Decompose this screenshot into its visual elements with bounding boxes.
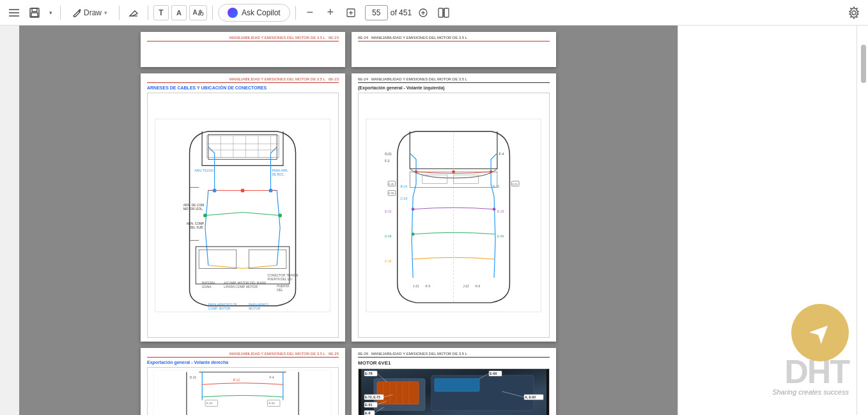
total-pages: of 451 <box>391 8 412 17</box>
svg-text:E-8: E-8 <box>365 411 371 415</box>
svg-text:E-60: E-60 <box>490 372 497 375</box>
page-row-top: MANEJABILIDAD Y EMISIONES DEL MOTOR DE 3… <box>32 32 665 67</box>
aa-icon[interactable]: Aあ <box>189 5 207 20</box>
svg-rect-90 <box>154 370 332 415</box>
separator-3 <box>148 6 148 20</box>
svg-text:B-12: B-12 <box>233 379 240 382</box>
svg-point-17 <box>852 11 856 15</box>
svg-text:IZANA: IZANA <box>203 285 212 288</box>
ask-copilot-button[interactable]: Ask Copilot <box>218 4 290 22</box>
copilot-icon <box>228 8 238 18</box>
svg-text:0.25: 0.25 <box>389 182 394 185</box>
ask-copilot-label: Ask Copilot <box>242 8 281 17</box>
svg-text:E-51: E-51 <box>365 403 373 407</box>
svg-point-26 <box>241 188 245 192</box>
page-header-mid-right: 6E-24 MANEJABILIDAD Y EMISIONES DEL MOTO… <box>358 77 550 83</box>
right-panel <box>678 26 856 415</box>
page-header-bot-left: MANEJABILIDAD Y EMISIONES DEL MOTOR DE 3… <box>147 352 339 358</box>
svg-text:DEL SUB.: DEL SUB. <box>190 225 204 229</box>
page-header-bot-right: 6E-26 MANEJABILIDAD Y EMISIONES DEL MOTO… <box>358 352 550 358</box>
svg-rect-4 <box>32 8 37 11</box>
save-icon[interactable] <box>26 4 43 22</box>
diagram-wiring-bottom-left: D-21 F-4 B-12 E-55 E-56 <box>147 367 339 415</box>
draw-button[interactable]: Draw ▾ <box>66 4 114 22</box>
svg-point-65 <box>412 232 415 236</box>
section-title-mid-right: (Exportación general - Volante izquierda… <box>358 86 550 90</box>
left-sidebar <box>0 26 19 415</box>
scrollbar-thumb[interactable] <box>861 45 866 83</box>
text-icon[interactable]: T <box>153 5 169 20</box>
svg-text:J-21: J-21 <box>414 284 420 287</box>
svg-text:MOTOR IZOL.: MOTOR IZOL. <box>183 207 204 210</box>
svg-text:K-5: K-5 <box>426 284 431 287</box>
svg-text:E-78: E-78 <box>365 372 373 375</box>
svg-text:D-21: D-21 <box>385 152 392 155</box>
settings-icon[interactable] <box>845 4 863 22</box>
diagram-wiring-left: ARN. TECHO PARA ARN. DE BOC. ARN. DE COM… <box>147 93 339 338</box>
svg-text:A, E-63: A, E-63 <box>525 395 536 399</box>
page-header-top-left: MANEJABILIDAD Y EMISIONES DEL MOTOR DE 3… <box>147 36 339 42</box>
svg-text:E-72, E-73: E-72, E-73 <box>365 395 380 399</box>
svg-rect-13 <box>438 8 443 17</box>
diagram-wiring-right: D-21 F-2 F-4 B-14 C-24 B-15 E-12 E-48 F-… <box>358 93 550 338</box>
svg-point-27 <box>204 213 208 217</box>
svg-point-28 <box>279 213 283 217</box>
svg-text:E-12: E-12 <box>385 209 392 213</box>
svg-text:E-13: E-13 <box>497 209 504 213</box>
svg-text:ARN. COMP.: ARN. COMP. <box>187 222 205 225</box>
text2-icon[interactable]: A <box>171 5 187 20</box>
toolbar: ▾ Draw ▾ T A Aあ Ask Copilot − + <box>0 0 868 26</box>
svg-text:K-6: K-6 <box>476 284 481 287</box>
svg-rect-14 <box>444 8 449 17</box>
svg-text:F-4: F-4 <box>270 376 275 379</box>
svg-text:DEL: DEL <box>277 288 284 291</box>
svg-text:PUERTA DEL IZU: PUERTA DEL IZU <box>268 278 293 281</box>
svg-text:PARA ARN.: PARA ARN. <box>272 169 288 172</box>
svg-text:PARA ARNES: PARA ARNES <box>249 303 269 306</box>
page-header-mid-left: MANEJABILIDAD Y EMISIONES DEL MOTOR DE 3… <box>147 77 339 83</box>
page-tile-mid-right: 6E-24 MANEJABILIDAD Y EMISIONES DEL MOTO… <box>352 73 556 342</box>
section-title-bot-left: Exportación general - Volante derecha <box>147 360 339 365</box>
page-navigation: of 451 <box>365 5 412 20</box>
svg-text:ARN. TECHO: ARN. TECHO <box>195 169 214 172</box>
zoom-out-button[interactable]: − <box>301 4 319 22</box>
eraser-icon[interactable] <box>125 4 143 22</box>
svg-text:B-14: B-14 <box>401 185 408 188</box>
separator-5 <box>295 6 296 20</box>
draw-chevron: ▾ <box>104 10 107 16</box>
diagram-engine: E-78 E-60 E-72, E-73 E-51 E-8 A, E-63 <box>358 368 550 415</box>
fit-page-icon[interactable] <box>342 4 360 22</box>
svg-rect-101 <box>435 379 479 391</box>
save-dropdown-icon[interactable]: ▾ <box>46 4 55 22</box>
svg-rect-5 <box>31 13 38 17</box>
svg-text:DE BOC.: DE BOC. <box>272 173 285 176</box>
svg-text:E-55: E-55 <box>207 402 213 405</box>
svg-text:L/PARA COMP. MOTOR: L/PARA COMP. MOTOR <box>224 285 258 288</box>
svg-text:E-49: E-49 <box>497 234 504 238</box>
separator-2 <box>119 6 120 20</box>
svg-text:F-2: F-2 <box>385 160 391 163</box>
svg-text:F-4: F-4 <box>499 152 504 155</box>
scrollbar[interactable] <box>856 26 868 415</box>
page-header-top-right: 6E-24 MANEJABILIDAD Y EMISIONES DEL MOTO… <box>358 36 550 42</box>
svg-text:COMP. MOTOR: COMP. MOTOR <box>208 306 231 310</box>
svg-text:0.50: 0.50 <box>389 192 394 195</box>
svg-point-25 <box>269 188 273 192</box>
svg-text:E-48: E-48 <box>385 234 392 238</box>
main-content: MANEJABILIDAD Y EMISIONES DEL MOTOR DE 3… <box>0 26 868 415</box>
page-row-bottom: MANEJABILIDAD Y EMISIONES DEL MOTOR DE 3… <box>32 348 665 415</box>
book-icon[interactable] <box>435 4 453 22</box>
svg-text:F-16: F-16 <box>385 259 392 262</box>
page-number-input[interactable] <box>365 5 388 20</box>
section-title-bot-right: MOTOR 6VE1 <box>358 360 550 366</box>
pdf-viewer[interactable]: MANEJABILIDAD Y EMISIONES DEL MOTOR DE 3… <box>19 26 678 415</box>
page-tile-top-right: 6E-24 MANEJABILIDAD Y EMISIONES DEL MOTO… <box>352 32 556 67</box>
svg-point-63 <box>412 207 415 211</box>
svg-text:J-22: J-22 <box>463 284 470 287</box>
zoom-icon[interactable] <box>414 4 432 22</box>
svg-text:C-24: C-24 <box>401 197 408 200</box>
zoom-in-button[interactable]: + <box>322 4 339 22</box>
menu-icon[interactable] <box>5 4 23 22</box>
svg-text:MOTOR: MOTOR <box>249 306 261 310</box>
separator-1 <box>60 6 61 20</box>
